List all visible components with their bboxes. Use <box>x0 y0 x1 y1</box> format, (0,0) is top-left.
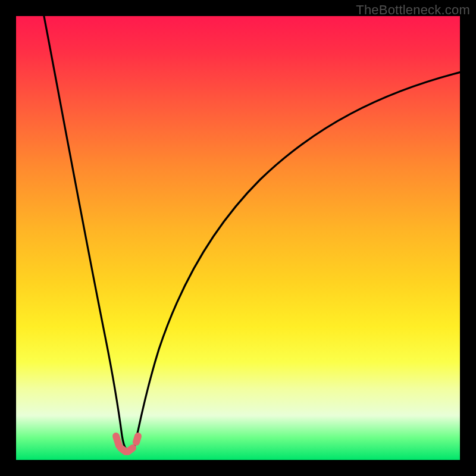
trough-markers <box>116 436 138 452</box>
watermark-text: TheBottleneck.com <box>356 2 470 18</box>
curve-right-branch <box>134 71 460 449</box>
plot-area <box>16 16 460 460</box>
chart-frame: TheBottleneck.com <box>0 0 476 476</box>
curve-left-branch <box>43 16 126 449</box>
curve-layer <box>16 16 460 460</box>
